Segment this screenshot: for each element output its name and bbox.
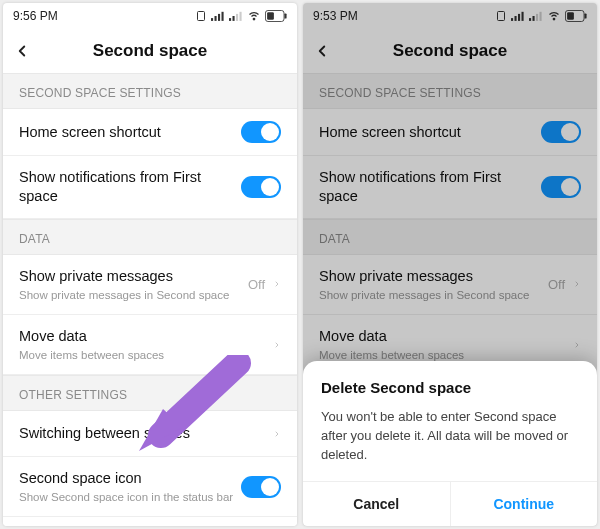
status-time: 9:56 PM bbox=[13, 9, 58, 23]
svg-rect-12 bbox=[267, 12, 274, 20]
svg-rect-8 bbox=[240, 12, 242, 21]
dialog-scrim[interactable]: Delete Second space You won't be able to… bbox=[303, 3, 597, 526]
row-delete-second-space[interactable]: Delete Second space Delete Second space … bbox=[3, 517, 297, 526]
svg-rect-4 bbox=[222, 12, 224, 21]
screenshot-right: 9:53 PM Second space SECOND SPACE SETTIN… bbox=[303, 3, 597, 526]
chevron-left-icon bbox=[13, 42, 31, 60]
svg-rect-7 bbox=[236, 14, 238, 21]
sim-icon bbox=[195, 10, 207, 22]
continue-button[interactable]: Continue bbox=[451, 482, 598, 526]
svg-rect-6 bbox=[233, 16, 235, 21]
row-value: Off bbox=[248, 277, 265, 292]
status-bar: 9:56 PM bbox=[3, 3, 297, 29]
row-subtitle: Show Second space icon in the status bar bbox=[19, 490, 241, 504]
signal-icon-2 bbox=[229, 10, 243, 22]
svg-rect-2 bbox=[215, 16, 217, 21]
header: Second space bbox=[3, 29, 297, 73]
row-title: Move data bbox=[19, 327, 273, 346]
section-label-data: DATA bbox=[3, 219, 297, 255]
toggle-second-space-icon[interactable] bbox=[241, 476, 281, 498]
svg-point-9 bbox=[253, 18, 255, 20]
row-title: Second space icon bbox=[19, 469, 241, 488]
back-button[interactable] bbox=[13, 29, 31, 72]
row-show-notifications[interactable]: Show notifications from First space bbox=[3, 156, 297, 219]
row-title: Home screen shortcut bbox=[19, 123, 241, 142]
row-switching[interactable]: Switching between spaces bbox=[3, 411, 297, 457]
section-label-other: OTHER SETTINGS bbox=[3, 375, 297, 411]
chevron-right-icon bbox=[273, 277, 281, 291]
svg-rect-11 bbox=[284, 13, 286, 18]
row-second-space-icon[interactable]: Second space icon Show Second space icon… bbox=[3, 457, 297, 517]
row-home-shortcut[interactable]: Home screen shortcut bbox=[3, 109, 297, 156]
settings-list[interactable]: SECOND SPACE SETTINGS Home screen shortc… bbox=[3, 73, 297, 526]
delete-dialog: Delete Second space You won't be able to… bbox=[303, 361, 597, 526]
cancel-button[interactable]: Cancel bbox=[303, 482, 451, 526]
page-title: Second space bbox=[93, 41, 207, 61]
row-title: Show notifications from First space bbox=[19, 168, 241, 206]
toggle-home-shortcut[interactable] bbox=[241, 121, 281, 143]
dialog-buttons: Cancel Continue bbox=[303, 481, 597, 526]
section-label-settings: SECOND SPACE SETTINGS bbox=[3, 73, 297, 109]
wifi-icon bbox=[247, 10, 261, 22]
svg-rect-3 bbox=[218, 14, 220, 21]
chevron-right-icon bbox=[273, 338, 281, 352]
signal-icon bbox=[211, 10, 225, 22]
screenshot-left: 9:56 PM Second space SECOND SPACE SETTIN… bbox=[3, 3, 297, 526]
row-subtitle: Move items between spaces bbox=[19, 348, 273, 362]
battery-icon bbox=[265, 10, 287, 22]
row-subtitle: Show private messages in Second space bbox=[19, 288, 248, 302]
dialog-body: You won't be able to enter Second space … bbox=[321, 408, 579, 465]
row-title: Switching between spaces bbox=[19, 424, 273, 443]
dialog-title: Delete Second space bbox=[321, 379, 579, 396]
status-right-icons bbox=[195, 10, 287, 22]
row-move-data[interactable]: Move data Move items between spaces bbox=[3, 315, 297, 375]
svg-rect-0 bbox=[198, 12, 205, 21]
svg-rect-5 bbox=[229, 18, 231, 21]
svg-rect-1 bbox=[211, 18, 213, 21]
row-title: Show private messages bbox=[19, 267, 248, 286]
toggle-notifications[interactable] bbox=[241, 176, 281, 198]
row-show-private[interactable]: Show private messages Show private messa… bbox=[3, 255, 297, 315]
chevron-right-icon bbox=[273, 427, 281, 441]
